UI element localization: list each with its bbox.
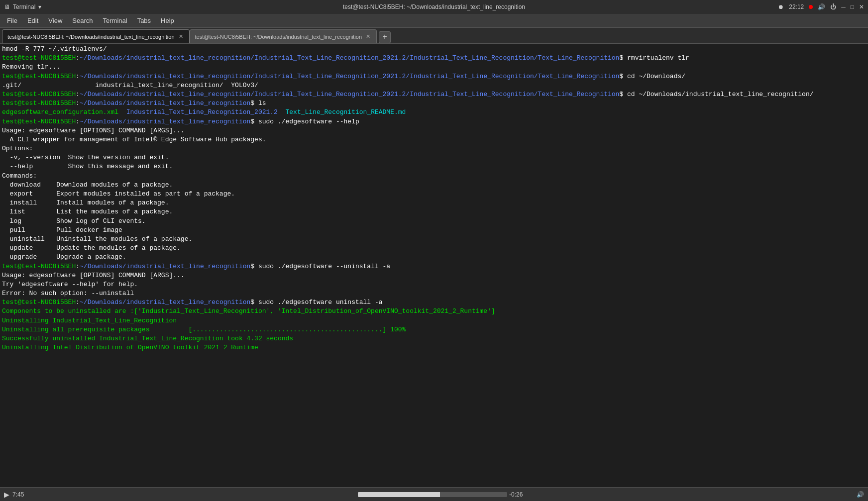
menu-view[interactable]: View — [44, 16, 66, 25]
time-display: 22:12 — [789, 3, 804, 10]
menu-bar: File Edit View Search Terminal Tabs Help — [0, 14, 868, 28]
window-minimize[interactable]: ─ — [841, 3, 846, 10]
terminal-line: Removing tlr... — [2, 63, 866, 72]
terminal-line: hmod -R 777 ~/.virtualenvs/ — [2, 45, 866, 54]
terminal-line: upgrade Upgrade a package. — [2, 253, 866, 262]
terminal-line: list List the modules of a package. — [2, 207, 866, 216]
terminal-line: pull Pull docker image — [2, 226, 866, 235]
terminal-line: Commands: — [2, 172, 866, 181]
menu-search[interactable]: Search — [68, 16, 97, 25]
menu-file[interactable]: File — [3, 16, 21, 25]
record-icon: ⏺ — [778, 3, 784, 10]
tab-bar: test@test-NUC8i5BEH: ~/Downloads/industr… — [0, 28, 868, 44]
terminal-icon: 🖥 — [4, 3, 10, 10]
play-button[interactable]: ▶ — [4, 491, 9, 499]
menu-terminal[interactable]: Terminal — [99, 16, 131, 25]
window-title: test@test-NUC8i5BEH: ~/Downloads/industr… — [343, 3, 525, 10]
speaker-icon: 🔊 — [818, 3, 825, 10]
terminal-line: test@test-NUC8i5BEH:~/Downloads/industri… — [2, 54, 866, 63]
tab-1-close[interactable]: ✕ — [178, 33, 184, 40]
terminal-line: test@test-NUC8i5BEH:~/Downloads/industri… — [2, 298, 866, 307]
window-maximize[interactable]: □ — [851, 3, 854, 10]
status-left: ▶ 7:45 — [4, 491, 24, 499]
terminal-line: Usage: edgesoftware [OPTIONS] COMMAND [A… — [2, 126, 866, 135]
terminal-line: Uninstalling Intel_Distribution_of_OpenV… — [2, 343, 866, 352]
terminal-line: Try 'edgesoftware --help' for help. — [2, 280, 866, 289]
terminal-line: Usage: edgesoftware [OPTIONS] COMMAND [A… — [2, 271, 866, 280]
window-close[interactable]: ✕ — [859, 3, 864, 10]
terminal-line: --help Show this message and exit. — [2, 162, 866, 171]
tab-1[interactable]: test@test-NUC8i5BEH: ~/Downloads/industr… — [2, 29, 190, 43]
menu-help[interactable]: Help — [157, 16, 178, 25]
dropdown-icon: ▾ — [38, 3, 41, 10]
terminal-line: Uninstalling all prerequisite packages [… — [2, 325, 866, 334]
terminal-line: download Download modules of a package. — [2, 181, 866, 190]
terminal-line: test@test-NUC8i5BEH:~/Downloads/industri… — [2, 72, 866, 81]
terminal-line: -v, --version Show the version and exit. — [2, 153, 866, 162]
power-icon: ⏻ — [830, 3, 836, 10]
status-center: -0:26 — [29, 491, 852, 498]
terminal-line: .git/ industrial_text_line_recognition/ … — [2, 81, 866, 90]
terminal-line: uninstall Uninstall the modules of a pac… — [2, 235, 866, 244]
volume-icon[interactable]: 🔊 — [857, 491, 864, 498]
terminal-line: A CLI wrapper for management of Intel® E… — [2, 135, 866, 144]
terminal-line: test@test-NUC8i5BEH:~/Downloads/industri… — [2, 262, 866, 271]
progress-bar[interactable] — [358, 492, 507, 497]
tab-2-label: test@test-NUC8i5BEH: ~/Downloads/industr… — [195, 34, 362, 40]
tab-2-close[interactable]: ✕ — [365, 33, 371, 40]
terminal-line: Components to be uninstalled are :['Indu… — [2, 307, 866, 316]
terminal-line: Successfully uninstalled Industrial_Text… — [2, 334, 866, 343]
terminal-body: hmod -R 777 ~/.virtualenvs/ test@test-NU… — [0, 44, 868, 487]
system-bar: 🖥 Terminal ▾ test@test-NUC8i5BEH: ~/Down… — [0, 0, 868, 14]
terminal-line: test@test-NUC8i5BEH:~/Downloads/industri… — [2, 99, 866, 108]
app-name: Terminal — [13, 3, 35, 10]
playback-time: 7:45 — [12, 491, 24, 498]
terminal-line: install Install modules of a package. — [2, 199, 866, 207]
terminal-line: update Update the modules of a package. — [2, 244, 866, 253]
new-tab-button[interactable]: + — [379, 31, 391, 43]
status-bar: ▶ 7:45 -0:26 🔊 — [0, 487, 868, 501]
terminal-line: export Export modules installed as part … — [2, 190, 866, 199]
terminal-line: Uninstalling Industrial_Text_Line_Recogn… — [2, 316, 866, 325]
menu-tabs[interactable]: Tabs — [133, 16, 155, 25]
tab-1-label: test@test-NUC8i5BEH: ~/Downloads/industr… — [7, 34, 175, 40]
status-dot — [809, 5, 813, 9]
status-right: 🔊 — [857, 491, 864, 498]
time-remaining: -0:26 — [509, 491, 523, 498]
menu-edit[interactable]: Edit — [23, 16, 42, 25]
terminal-line: log Show log of CLI events. — [2, 217, 866, 226]
progress-fill — [358, 492, 440, 497]
terminal-line: Error: No such option: --uninstall — [2, 289, 866, 298]
terminal-line: test@test-NUC8i5BEH:~/Downloads/industri… — [2, 90, 866, 99]
tab-2[interactable]: test@test-NUC8i5BEH: ~/Downloads/industr… — [190, 29, 377, 43]
terminal-line: edgesoftware_configuration.xml Industria… — [2, 108, 866, 117]
terminal-line: test@test-NUC8i5BEH:~/Downloads/industri… — [2, 117, 866, 126]
terminal-line: Options: — [2, 144, 866, 153]
